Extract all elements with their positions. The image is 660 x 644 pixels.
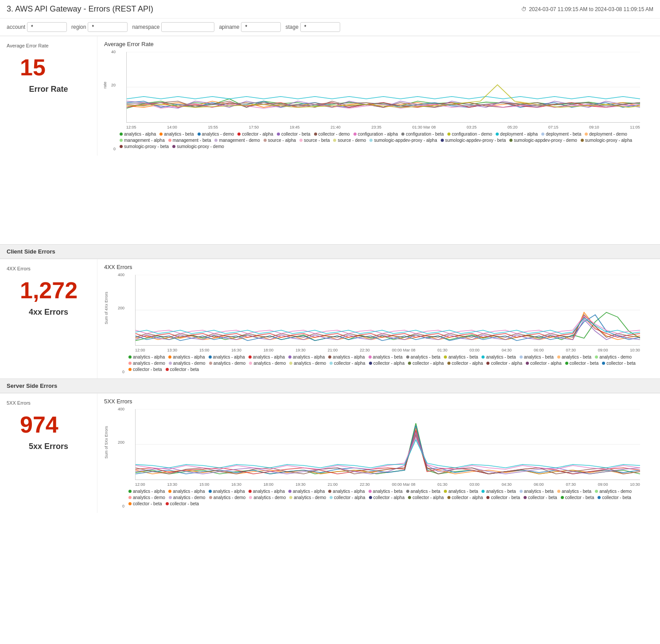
- spacer-1: [0, 156, 660, 244]
- page-header: 3. AWS API Gateway - Errors (REST API) ⏱…: [0, 0, 660, 19]
- y-mid-label: 20: [111, 83, 116, 87]
- server-error-value: 974: [20, 412, 90, 437]
- legend-sumo-proxy-demo: sumologic-proxy - demo: [172, 144, 224, 149]
- client-error-value: 1,272: [20, 278, 90, 303]
- y-max-label: 40: [111, 50, 116, 54]
- avg-error-stat-panel: Average Error Rate 15 Error Rate: [0, 36, 97, 156]
- server-error-description: 5xx Errors: [7, 442, 90, 451]
- legend-sumo-appdev-demo: sumologic-appdev-proxy - demo: [509, 138, 577, 143]
- region-filter: region: [71, 22, 128, 32]
- avg-error-panel-label: Average Error Rate: [7, 43, 90, 48]
- client-error-description: 4xx Errors: [7, 308, 90, 317]
- filter-bar: account region namespace aws/apigateway …: [0, 19, 660, 36]
- avg-error-x-labels: 12:05 14:00 15:55 17:50 19:45 21:40 23:3…: [126, 125, 640, 129]
- legend-collector-demo: collector - demo: [314, 132, 350, 137]
- server-errors-row: 5XX Errors 974 5xx Errors 5XX Errors 400…: [0, 393, 660, 513]
- apiname-filter: apiname: [219, 22, 281, 32]
- client-error-stat-panel: 4XX Errors 1,272 4xx Errors: [0, 259, 97, 379]
- apiname-input[interactable]: [241, 22, 281, 32]
- time-range: ⏱ 2024-03-07 11:09:15 AM to 2024-03-08 1…: [521, 6, 653, 12]
- 5xx-y-axis-label: Sum of 5Xx Errors: [104, 426, 109, 459]
- avg-error-value: 15: [20, 55, 90, 80]
- legend-source-demo: source - demo: [333, 138, 366, 143]
- legend-analytics-beta: analytics - beta: [159, 132, 194, 137]
- server-error-panel-label: 5XX Errors: [7, 400, 90, 406]
- legend-deploy-demo: deployment - demo: [585, 132, 627, 137]
- legend-sumo-proxy-alpha: sumologic-proxy - alpha: [581, 138, 632, 143]
- avg-error-chart-panel: Average Error Rate 40 20 0 rate: [97, 36, 660, 156]
- 4xx-y-min: 0: [122, 370, 124, 374]
- 5xx-y-mid: 200: [118, 440, 124, 445]
- legend-source-alpha: source - alpha: [264, 138, 296, 143]
- legend-source-beta: source - beta: [299, 138, 330, 143]
- client-error-chart-area: [135, 275, 640, 346]
- avg-error-chart-area: [126, 52, 640, 123]
- avg-error-rate-row: Average Error Rate 15 Error Rate Average…: [0, 36, 660, 156]
- legend-mgmt-demo: management - demo: [214, 138, 260, 143]
- legend-sumo-appdev-beta: sumologic-appdev-proxy - beta: [441, 138, 506, 143]
- server-errors-section-header: Server Side Errors: [0, 379, 660, 393]
- legend-analytics-alpha: analytics - alpha: [120, 132, 156, 137]
- 4xx-y-mid: 200: [118, 306, 124, 310]
- client-errors-row: 4XX Errors 1,272 4xx Errors 4XX Errors 4…: [0, 259, 660, 379]
- legend-analytics-demo: analytics - demo: [198, 132, 234, 137]
- region-input[interactable]: [88, 22, 128, 32]
- page-title: 3. AWS API Gateway - Errors (REST API): [7, 4, 153, 14]
- namespace-input[interactable]: aws/apigateway: [161, 22, 214, 32]
- y-axis-label: rate: [103, 82, 107, 89]
- namespace-filter: namespace aws/apigateway: [132, 22, 214, 32]
- server-error-chart-title: 5XX Errors: [104, 398, 653, 405]
- y-min-label: 0: [113, 147, 116, 151]
- avg-error-chart-title: Average Error Rate: [104, 41, 653, 47]
- legend-mgmt-beta: management - beta: [168, 138, 211, 143]
- 4xx-y-max: 400: [118, 273, 124, 277]
- legend-mgmt-alpha: management - alpha: [120, 138, 165, 143]
- client-error-x-labels: 12:00 13:30 15:00 16:30 18:00 19:30 21:0…: [135, 348, 640, 352]
- legend-config-beta: configuration - beta: [401, 132, 444, 137]
- legend-config-alpha: configuration - alpha: [353, 132, 398, 137]
- legend-config-demo: configuration - demo: [447, 132, 492, 137]
- legend-collector-alpha: collector - alpha: [237, 132, 273, 137]
- server-error-x-labels: 12:00 13:30 15:00 16:30 18:00 19:30 21:0…: [135, 482, 640, 487]
- client-error-chart-title: 4XX Errors: [104, 264, 653, 270]
- client-error-chart-panel: 4XX Errors 400 200 0 Sum of 4Xx Errors: [97, 259, 660, 379]
- client-error-panel-label: 4XX Errors: [7, 266, 90, 271]
- avg-error-legend: analytics - alpha analytics - beta analy…: [117, 132, 653, 149]
- stage-filter: stage: [285, 22, 340, 32]
- server-error-legend: analytics - alpha analytics - alpha anal…: [126, 489, 653, 506]
- server-error-chart-area: [135, 409, 640, 480]
- server-error-chart-panel: 5XX Errors 400 200 0 Sum of 5Xx Errors: [97, 394, 660, 513]
- 5xx-y-max: 400: [118, 407, 124, 411]
- account-filter: account: [7, 22, 67, 32]
- client-errors-section-header: Client Side Errors: [0, 244, 660, 259]
- account-input[interactable]: [27, 22, 67, 32]
- legend-collector-beta: collector - beta: [277, 132, 311, 137]
- avg-error-description: Error Rate: [7, 85, 90, 94]
- client-error-legend: analytics - alpha analytics - alpha anal…: [126, 355, 653, 372]
- legend-deploy-alpha: deployment - alpha: [496, 132, 538, 137]
- legend-sumo-appdev-alpha: sumologic-appdev-proxy - alpha: [369, 138, 437, 143]
- 5xx-y-min: 0: [122, 504, 124, 508]
- legend-deploy-beta: deployment - beta: [541, 132, 581, 137]
- 4xx-y-axis-label: Sum of 4Xx Errors: [104, 292, 109, 324]
- stage-input[interactable]: [300, 22, 340, 32]
- legend-sumo-proxy-beta: sumologic-proxy - beta: [120, 144, 169, 149]
- clock-icon: ⏱: [521, 6, 527, 12]
- server-error-stat-panel: 5XX Errors 974 5xx Errors: [0, 394, 97, 513]
